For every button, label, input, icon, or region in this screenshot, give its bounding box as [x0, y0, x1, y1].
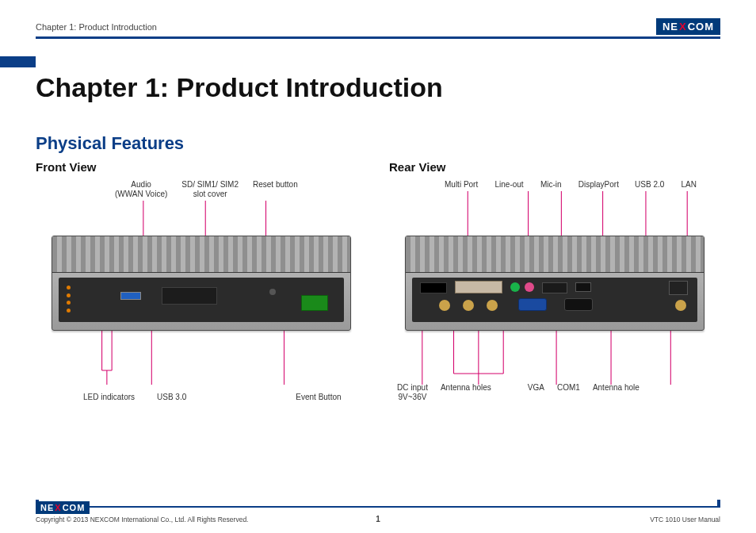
footer-left: NEXCOM Copyright © 2013 NEXCOM Internati… — [36, 501, 248, 523]
breadcrumb: Chapter 1: Product Introduction — [36, 22, 157, 35]
label-event: Event Button — [296, 393, 341, 402]
doc-title-footer: VTC 1010 User Manual — [650, 516, 720, 523]
led-indicators-icon — [67, 284, 110, 314]
label-usb2: USB 2.0 — [635, 180, 664, 190]
label-multi: Multi Port — [445, 180, 478, 190]
brand-x: X — [55, 503, 61, 512]
dc-input-icon — [420, 282, 447, 293]
views-row: Front View Audio (WWAN Voice) SD/ SIM1/ … — [36, 160, 720, 402]
front-top-labels: Audio (WWAN Voice) SD/ SIM1/ SIM2 slot c… — [36, 180, 367, 199]
front-view-column: Front View Audio (WWAN Voice) SD/ SIM1/ … — [36, 160, 367, 402]
lineout-jack-icon — [510, 282, 520, 292]
brand-pre: NE — [40, 503, 54, 512]
front-bottom-labels: LED indicators USB 3.0 Event Button — [36, 393, 367, 402]
usb3-port-icon — [120, 292, 141, 300]
header-rule-stub — [0, 56, 36, 67]
page-header: Chapter 1: Product Introduction NEXCOM — [36, 14, 720, 35]
micin-jack-icon — [525, 282, 534, 292]
event-button-icon — [301, 295, 328, 311]
rear-view-column: Rear View Multi Port Line-out Mic-in Dis… — [389, 160, 720, 402]
slot-cover-icon — [162, 287, 217, 305]
brand-logo: NEXCOM — [656, 18, 720, 35]
displayport-icon — [542, 282, 567, 293]
rear-top-labels: Multi Port Line-out Mic-in DisplayPort U… — [389, 180, 720, 190]
label-reset: Reset button — [253, 180, 298, 199]
brand-logo-footer: NEXCOM — [36, 501, 90, 514]
reset-button-icon — [269, 289, 276, 295]
page-number: 1 — [376, 515, 380, 523]
rear-view-heading: Rear View — [389, 160, 720, 174]
label-usb3: USB 3.0 — [157, 393, 186, 402]
label-slot-cover: SD/ SIM1/ SIM2 slot cover — [181, 180, 239, 199]
front-device — [52, 236, 351, 331]
antenna-hole-icon — [463, 300, 474, 311]
lan-port-icon — [669, 281, 688, 295]
front-panel — [59, 278, 344, 322]
com1-port-icon — [564, 298, 593, 311]
brand-pre: NE — [662, 21, 678, 33]
label-micin: Mic-in — [540, 180, 562, 190]
label-vga: VGA — [528, 383, 544, 402]
label-antenna-holes: Antenna holes — [441, 383, 491, 402]
chapter-title: Chapter 1: Product Introduction — [36, 72, 720, 103]
multi-port-icon — [455, 281, 502, 293]
rear-bottom-labels: DC input 9V~36V Antenna holes VGA COM1 A… — [389, 383, 720, 402]
label-lineout: Line-out — [494, 180, 523, 190]
label-dcin: DC input 9V~36V — [397, 383, 428, 402]
label-led: LED indicators — [83, 393, 135, 402]
label-antenna-hole: Antenna hole — [593, 383, 640, 402]
antenna-hole-icon — [487, 300, 498, 311]
antenna-hole-icon — [439, 300, 450, 311]
vga-port-icon — [518, 298, 547, 311]
section-title: Physical Features — [36, 133, 720, 154]
rear-panel — [412, 278, 697, 322]
page-footer: NEXCOM Copyright © 2013 NEXCOM Internati… — [36, 501, 720, 523]
brand-post: COM — [63, 503, 86, 512]
brand-post: COM — [688, 21, 714, 33]
label-com1: COM1 — [557, 383, 580, 402]
brand-x: X — [679, 21, 687, 33]
rear-device — [405, 236, 704, 331]
label-lan: LAN — [682, 180, 697, 190]
usb2-port-icon — [575, 282, 591, 292]
label-audio: Audio (WWAN Voice) — [115, 180, 167, 199]
rear-view-diagram: Multi Port Line-out Mic-in DisplayPort U… — [389, 180, 720, 402]
front-view-heading: Front View — [36, 160, 367, 174]
header-rule — [36, 36, 720, 39]
antenna-hole-icon — [675, 300, 686, 311]
label-dp: DisplayPort — [578, 180, 618, 190]
copyright: Copyright © 2013 NEXCOM International Co… — [36, 516, 248, 523]
front-view-diagram: Audio (WWAN Voice) SD/ SIM1/ SIM2 slot c… — [36, 180, 367, 402]
